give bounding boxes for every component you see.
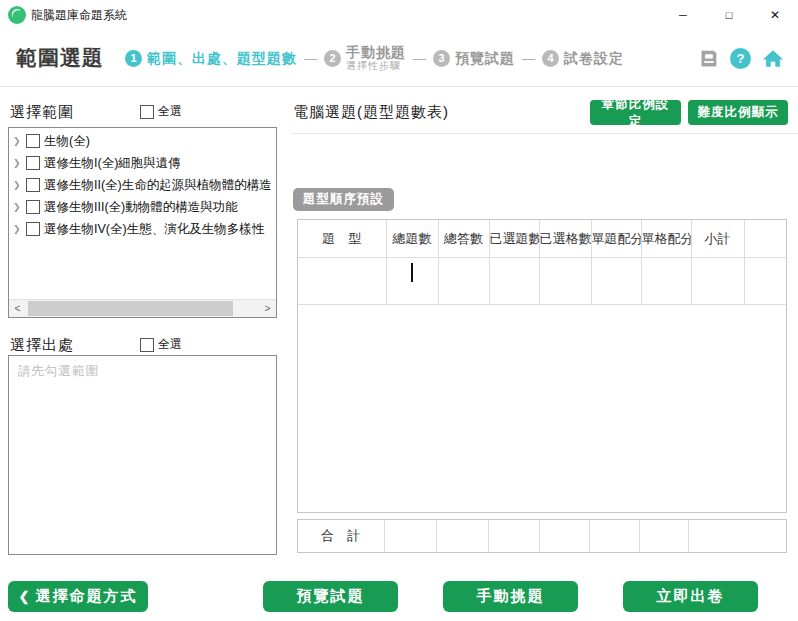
col-subtotal: 小計 — [691, 220, 744, 258]
step-3-label: 預覽試題 — [455, 50, 515, 66]
col-selected-questions: 已選題數 — [489, 220, 539, 258]
chevron-left-icon: ❮ — [19, 589, 30, 604]
total-cell — [436, 520, 488, 552]
tree-item-checkbox[interactable] — [26, 200, 40, 214]
total-cell — [539, 520, 589, 552]
total-cell — [688, 520, 786, 552]
window-title: 龍騰題庫命題系統 — [31, 0, 127, 30]
step-2-label: 手動挑題 — [346, 44, 406, 60]
step-2-sublabel: 選擇性步驟 — [346, 60, 406, 72]
source-placeholder: 請先勾選範圍 — [18, 363, 99, 380]
maximize-icon[interactable]: □ — [706, 0, 752, 30]
col-points-per-question: 單題配分 — [591, 220, 641, 258]
save-icon[interactable] — [697, 47, 719, 69]
step-2-badge: 2 — [324, 50, 341, 67]
step-separator: — — [522, 51, 535, 66]
total-cell — [589, 520, 639, 552]
header: 範圍選題 1 範圍、出處、題型題數 — 2 手動挑題 選擇性步驟 — 3 預覽試… — [0, 30, 798, 87]
chevron-right-icon[interactable]: ❯ — [13, 136, 22, 146]
chevron-right-icon[interactable]: ❯ — [13, 158, 22, 168]
cell-selected-blanks[interactable] — [539, 258, 591, 305]
tree-item-biology-all[interactable]: ❯ 生物(全) — [9, 130, 276, 152]
step-1-label: 範圍、出處、題型題數 — [147, 50, 297, 66]
total-cell — [488, 520, 539, 552]
cell-points-per-question[interactable] — [591, 258, 641, 305]
step-4-label: 試卷設定 — [564, 50, 624, 66]
step-3-badge: 3 — [433, 50, 450, 67]
step-separator: — — [304, 51, 317, 66]
cell-total-questions[interactable] — [386, 258, 438, 305]
scroll-right-icon[interactable]: > — [259, 300, 276, 317]
page-title: 範圍選題 — [16, 30, 104, 86]
minimize-icon[interactable]: ─ — [660, 0, 706, 30]
tree-item-elective-3[interactable]: ❯ 選修生物III(全)動物體的構造與功能 — [9, 196, 276, 218]
range-select-all-checkbox[interactable] — [140, 105, 154, 119]
horizontal-scrollbar[interactable]: < > — [9, 299, 276, 317]
question-type-order-preset-button[interactable]: 題型順序預設 — [293, 188, 394, 211]
table-header-row: 題 型 總題數 總答數 已選題數 已選格數 單題配分 單格配分 小計 — [298, 220, 786, 258]
preview-questions-button[interactable]: 預覽試題 — [263, 581, 398, 612]
source-section-title: 選擇出處 — [10, 336, 74, 355]
tree-item-elective-1[interactable]: ❯ 選修生物I(全)細胞與遺傳 — [9, 152, 276, 174]
source-list: 請先勾選範圍 — [8, 355, 277, 555]
step-separator: — — [413, 51, 426, 66]
home-icon[interactable] — [762, 47, 784, 69]
tree-item-elective-4[interactable]: ❯ 選修生物IV(全)生態、演化及生物多樣性 — [9, 218, 276, 240]
generate-paper-button[interactable]: 立即出卷 — [623, 581, 758, 612]
col-points-per-blank: 單格配分 — [641, 220, 691, 258]
chapter-ratio-button[interactable]: 章節比例設定 — [590, 100, 681, 125]
app-logo-icon — [8, 6, 26, 24]
wizard-steps: 1 範圍、出處、題型題數 — 2 手動挑題 選擇性步驟 — 3 預覽試題 — 4… — [125, 30, 624, 86]
total-label: 合 計 — [298, 520, 384, 552]
tree-item-checkbox[interactable] — [26, 134, 40, 148]
range-section-header: 選擇範圍 全選 — [10, 101, 278, 123]
help-icon[interactable]: ? — [730, 48, 751, 69]
tree-item-checkbox[interactable] — [26, 156, 40, 170]
step-4-badge: 4 — [542, 50, 559, 67]
col-question-type: 題 型 — [298, 220, 386, 258]
step-1-range[interactable]: 1 範圍、出處、題型題數 — [125, 50, 297, 67]
titlebar: 龍騰題庫命題系統 ─ □ ✕ — [0, 0, 798, 31]
tree-item-elective-2[interactable]: ❯ 選修生物II(全)生命的起源與植物體的構造 — [9, 174, 276, 196]
tree-item-checkbox[interactable] — [26, 178, 40, 192]
total-cell — [639, 520, 688, 552]
back-button-label: 選擇命題方式 — [35, 587, 137, 606]
range-tree: ❯ 生物(全) ❯ 選修生物I(全)細胞與遺傳 ❯ 選修生物II(全)生命的起源… — [8, 127, 277, 318]
range-select-all-label: 全選 — [158, 103, 182, 120]
range-select-all[interactable]: 全選 — [140, 103, 182, 120]
chevron-right-icon[interactable]: ❯ — [13, 180, 22, 190]
chevron-right-icon[interactable]: ❯ — [13, 224, 22, 234]
computer-selection-title: 電腦選題(題型題數表) — [293, 103, 449, 122]
cell-subtotal[interactable] — [691, 258, 744, 305]
range-section-title: 選擇範圍 — [10, 103, 74, 122]
col-total-answers: 總答數 — [438, 220, 489, 258]
source-select-all-checkbox[interactable] — [140, 338, 154, 352]
text-cursor — [411, 263, 413, 282]
scrollbar-thumb[interactable] — [28, 301, 233, 316]
cell-question-type[interactable] — [298, 258, 386, 305]
total-row: 合 計 — [297, 519, 787, 553]
cell-points-per-blank[interactable] — [641, 258, 691, 305]
scroll-left-icon[interactable]: < — [9, 300, 26, 317]
manual-pick-button[interactable]: 手動挑題 — [443, 581, 578, 612]
cell-total-answers[interactable] — [438, 258, 489, 305]
cell-extra[interactable] — [744, 258, 786, 305]
step-4-paper-settings[interactable]: 4 試卷設定 — [542, 50, 624, 67]
difficulty-ratio-button[interactable]: 難度比例顯示 — [688, 100, 788, 125]
table-row — [298, 258, 786, 305]
source-select-all-label: 全選 — [158, 336, 182, 353]
step-3-preview[interactable]: 3 預覽試題 — [433, 50, 515, 67]
cell-selected-questions[interactable] — [489, 258, 539, 305]
total-cell — [384, 520, 436, 552]
tree-item-checkbox[interactable] — [26, 222, 40, 236]
close-icon[interactable]: ✕ — [752, 0, 798, 30]
step-2-manual-pick[interactable]: 2 手動挑題 選擇性步驟 — [324, 44, 406, 72]
back-to-mode-button[interactable]: ❮ 選擇命題方式 — [8, 581, 148, 612]
source-section-header: 選擇出處 全選 — [10, 334, 278, 356]
chevron-right-icon[interactable]: ❯ — [13, 202, 22, 212]
col-selected-blanks: 已選格數 — [539, 220, 591, 258]
source-select-all[interactable]: 全選 — [140, 336, 182, 353]
footer: ❮ 選擇命題方式 預覽試題 手動挑題 立即出卷 — [0, 575, 798, 621]
step-1-badge: 1 — [125, 50, 142, 67]
col-total-questions: 總題數 — [386, 220, 438, 258]
